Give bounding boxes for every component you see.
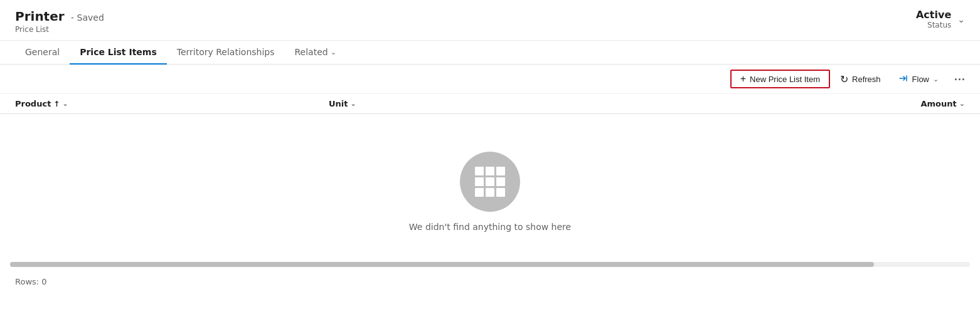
toolbar: + New Price List Item ↻ Refresh Flow ⌄ ⋯: [0, 65, 980, 94]
more-options-button[interactable]: ⋯: [949, 70, 970, 88]
amount-filter-chevron-icon[interactable]: ⌄: [959, 100, 965, 108]
column-header-product[interactable]: Product ↑ ⌄: [15, 99, 329, 108]
amount-column-label: Amount: [921, 99, 957, 108]
related-chevron-icon: ⌄: [331, 48, 336, 56]
header-left: Printer - Saved Price List: [15, 9, 104, 34]
table-header: Product ↑ ⌄ Unit ⌄ Amount ⌄: [0, 94, 980, 114]
refresh-button[interactable]: ↻ Refresh: [833, 70, 888, 88]
horizontal-scrollbar[interactable]: [10, 262, 970, 267]
flow-label: Flow: [912, 75, 929, 84]
product-filter-chevron-icon[interactable]: ⌄: [62, 100, 68, 108]
rows-count: Rows: 0: [15, 277, 47, 286]
flow-button[interactable]: Flow ⌄: [891, 70, 946, 88]
tab-territory-relationships[interactable]: Territory Relationships: [167, 41, 285, 65]
record-type: Price List: [15, 25, 104, 34]
active-status: Active Status: [916, 9, 951, 29]
tab-related[interactable]: Related ⌄: [285, 41, 346, 65]
status-chevron-icon[interactable]: ⌄: [957, 14, 965, 24]
saved-indicator: - Saved: [71, 13, 104, 23]
refresh-label: Refresh: [852, 75, 881, 84]
tab-general[interactable]: General: [15, 41, 70, 65]
new-price-list-item-button[interactable]: + New Price List Item: [730, 70, 830, 88]
header-title-row: Printer - Saved: [15, 9, 104, 24]
unit-column-label: Unit: [329, 99, 348, 108]
product-column-label: Product: [15, 99, 51, 108]
empty-state-icon: [460, 152, 520, 212]
plus-icon: +: [740, 74, 746, 84]
scrollbar-thumb[interactable]: [10, 262, 874, 267]
empty-state: We didn't find anything to show here: [0, 114, 980, 257]
active-value: Active: [916, 9, 951, 21]
header-right: Active Status ⌄: [916, 9, 965, 29]
tab-bar: General Price List Items Territory Relat…: [0, 41, 980, 65]
more-options-icon: ⋯: [954, 73, 965, 85]
refresh-icon: ↻: [840, 73, 848, 85]
new-price-list-item-label: New Price List Item: [750, 75, 820, 84]
column-header-unit[interactable]: Unit ⌄: [329, 99, 839, 108]
flow-chevron-icon: ⌄: [933, 75, 939, 83]
unit-filter-chevron-icon[interactable]: ⌄: [350, 100, 356, 108]
header: Printer - Saved Price List Active Status…: [0, 0, 980, 41]
footer: Rows: 0: [0, 272, 980, 291]
column-header-amount[interactable]: Amount ⌄: [839, 99, 965, 108]
tab-price-list-items[interactable]: Price List Items: [70, 41, 167, 65]
flow-icon: [898, 73, 908, 85]
product-sort-asc-icon: ↑: [53, 100, 60, 108]
status-field-label: Status: [927, 21, 951, 29]
grid-icon: [475, 167, 505, 197]
empty-state-message: We didn't find anything to show here: [409, 222, 571, 232]
record-title: Printer: [15, 9, 65, 24]
